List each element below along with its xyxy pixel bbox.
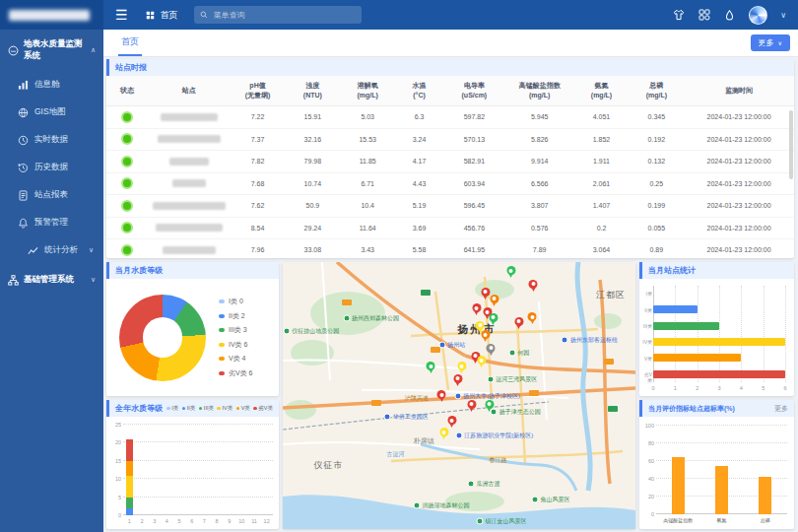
x-tick-label: 5 (760, 385, 767, 391)
legend-label: I类 0 (229, 297, 243, 306)
value-cell: 1.407 (574, 202, 630, 209)
poi-text: 扬州东部客运枢纽 (570, 335, 618, 344)
value-cell: 0.25 (629, 180, 684, 187)
station-pin-icon[interactable] (437, 390, 446, 402)
menu-search[interactable] (194, 6, 362, 24)
legend-swatch (253, 407, 257, 411)
x-tick-label: 3 (148, 518, 161, 524)
more-button[interactable]: 更多 ∨ (751, 34, 790, 51)
sidebar-item-gis[interactable]: GIS地图 (0, 99, 103, 126)
pin-tip (470, 408, 474, 412)
legend-item: 劣V类 (253, 405, 273, 412)
legend-item: I类 (166, 405, 178, 412)
value-cell: 5.03 (340, 113, 395, 120)
sidebar-item-warning[interactable]: 预警管理 (0, 209, 103, 236)
station-pin-icon[interactable] (467, 400, 476, 412)
station-pin-icon[interactable] (506, 266, 515, 278)
poi-marker-icon (532, 497, 539, 503)
bar-segment (126, 498, 133, 508)
map-poi-label: 江苏旅游职业学院(新校区) (455, 432, 533, 440)
value-cell: 3.24 (395, 136, 443, 143)
sidebar-item-history[interactable]: 历史数据 (0, 154, 103, 181)
station-pin-icon[interactable] (514, 317, 523, 329)
y-category-label: 劣V类 (640, 371, 652, 383)
station-pin-icon[interactable] (487, 344, 496, 356)
water-system-icon (8, 45, 19, 56)
value-cell: 0.132 (629, 158, 684, 165)
monthly-grade-chart: I类 0II类 2III类 3IV类 6V类 4劣V类 6 (106, 279, 279, 396)
bar-segment (126, 476, 133, 498)
sidebar-item-info[interactable]: 信息舱 (0, 71, 103, 99)
value-cell: 7.37 (231, 136, 286, 143)
map-poi-label: 镇江金山风景区 (476, 516, 526, 525)
station-pin-icon[interactable] (447, 416, 456, 428)
water-drop-icon[interactable] (723, 9, 736, 22)
search-input[interactable] (212, 10, 356, 21)
status-cell (106, 156, 148, 167)
station-pin-icon[interactable] (485, 400, 494, 412)
y-tick-label: 0 (641, 511, 654, 517)
value-cell: 7.82 (231, 158, 286, 165)
theme-skin-icon[interactable] (672, 9, 685, 22)
bar-stack (248, 425, 261, 515)
station-pin-icon[interactable] (490, 295, 499, 306)
bar-stack (198, 425, 211, 515)
breadcrumb-home[interactable]: 首页 (144, 9, 178, 22)
station-name-redacted (161, 113, 218, 121)
station-pin-icon[interactable] (453, 374, 462, 386)
exceed-rate-more-link[interactable]: 更多 (774, 404, 788, 414)
value-cell: 5.945 (505, 113, 574, 120)
station-pin-icon[interactable] (477, 356, 486, 367)
column-header: 状态 (106, 86, 148, 97)
panel-monthly-grade-title: 当月水质等级 (115, 265, 163, 276)
station-pin-icon[interactable] (528, 312, 537, 324)
station-pin-icon[interactable] (489, 313, 498, 325)
legend-swatch (219, 357, 225, 361)
pin-tip (475, 311, 479, 315)
map-road-label: 沪陕高速 (405, 394, 429, 403)
user-avatar[interactable] (749, 6, 767, 25)
table-scrollbar[interactable] (789, 110, 793, 179)
station-pin-icon[interactable] (457, 362, 466, 373)
map-canvas[interactable]: 扬州市江都区仪征市朴席镇沪陕高速春江路古运河扬州西郊森林公园仪征捺山地质公园何园… (283, 262, 635, 529)
bar (715, 466, 728, 515)
map-poi-label: 何园 (508, 349, 529, 358)
station-pin-icon[interactable] (481, 330, 490, 342)
poi-marker-icon (438, 342, 445, 349)
status-badge (121, 222, 133, 233)
sidebar-toggle-icon[interactable]: ☰ (115, 8, 128, 22)
topbar: ☰ 首页 ∨ (0, 0, 798, 30)
sidebar-group-surface-water[interactable]: 地表水质量监测系统 ∧ (0, 30, 103, 71)
value-cell: 29.24 (285, 225, 340, 232)
pin-tip (442, 435, 446, 439)
sidebar-item-report[interactable]: 站点报表 (0, 181, 103, 209)
map-poi-label: 华侨工业园区 (384, 413, 429, 422)
tab-home[interactable]: 首页 (118, 31, 142, 56)
station-name-redacted (163, 246, 216, 254)
legend-item: IV类 6 (219, 340, 253, 350)
value-cell: 4.051 (574, 113, 630, 120)
column-header: 水温(°C) (395, 81, 443, 101)
sidebar-item-realtime[interactable]: 实时数据 (0, 126, 103, 154)
sidebar-group-label: 地表水质量监测系统 (24, 38, 86, 62)
legend-swatch (219, 299, 225, 303)
station-pin-icon[interactable] (472, 303, 481, 315)
bar-stack (185, 425, 198, 515)
sidebar-menu: 信息舱GIS地图实时数据历史数据站点报表预警管理统计分析∨ (0, 71, 103, 264)
layout-components-icon[interactable] (698, 9, 710, 22)
station-pin-icon[interactable] (427, 362, 435, 373)
more-button-label: 更多 (759, 37, 774, 48)
map-poi-label: 瓜洲古渡 (468, 479, 500, 488)
grid-icon (144, 9, 157, 22)
sidebar-item-stats[interactable]: 统计分析∨ (0, 236, 103, 264)
logo-zone (0, 0, 103, 30)
station-pin-icon[interactable] (529, 280, 538, 292)
tabbar: 首页 更多 ∨ (103, 30, 798, 57)
status-cell (106, 133, 148, 145)
value-cell: 7.96 (231, 246, 286, 253)
sidebar-group-base-system[interactable]: 基础管理系统 ∨ (0, 264, 103, 296)
station-pin-icon[interactable] (481, 288, 490, 299)
chevron-down-icon[interactable]: ∨ (780, 11, 786, 20)
station-pin-icon[interactable] (439, 428, 448, 439)
pin-tip (456, 382, 460, 386)
